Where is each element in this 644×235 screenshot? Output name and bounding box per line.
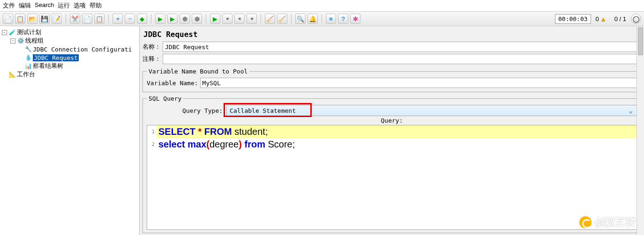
separator [291,14,292,23]
function-helper-icon[interactable]: ≡ [326,14,336,24]
vertical-scrollbar[interactable] [637,26,644,235]
query-type-label: Query Type: [147,107,226,114]
help-icon[interactable]: ? [338,14,348,24]
menu-file[interactable]: 文件 [3,1,15,10]
editor-panel: JDBC Request 名称： 注释： Variable Name Bound… [140,26,644,235]
watermark-icon [579,216,592,228]
variable-name-label: Variable Name: [147,80,198,87]
name-label: 名称： [142,43,161,51]
menu-options[interactable]: 选项 [74,1,86,10]
clear-icon[interactable]: 🧹 [265,14,275,24]
config-icon: 🔧 [24,45,32,53]
watermark: 创新互联 [579,215,635,229]
cut-icon[interactable]: ✂️ [70,14,80,24]
remote-start-all-icon[interactable]: ⚬ [222,14,232,24]
collapse-icon[interactable]: - [10,38,15,44]
comment-label: 注释： [142,55,161,63]
collapse-icon[interactable]: - [2,30,7,35]
sql-editor[interactable]: 1 SELECT * FROM student; 2 select max(de… [147,125,637,230]
variable-fieldset: Variable Name Bound to Pool Variable Nam… [142,68,641,92]
separator [322,14,322,23]
tree-thread-group[interactable]: -⚙️线程组 [1,37,138,45]
open-icon[interactable]: 📂 [27,14,37,24]
stop-icon[interactable]: ⬢ [180,14,190,24]
toggle-icon[interactable]: ◆ [137,14,147,24]
tree-jdbc-request[interactable]: 💧JDBC Request [1,53,138,62]
code-line-1[interactable]: 1 SELECT * FROM student; [147,125,637,138]
listener-icon: 📊 [24,62,32,70]
variable-legend: Variable Name Bound to Pool [147,68,249,75]
line-number: 2 [147,138,157,151]
workbench-icon: 📐 [8,71,16,78]
new-icon[interactable]: 📄 [3,14,13,24]
threads-icon[interactable]: ◯ [631,14,641,24]
save-as-icon[interactable]: 📝 [52,14,62,24]
separator [151,14,151,23]
sql-query-fieldset: SQL Query Query Type: Callable Statement… [142,95,641,233]
collapse-icon[interactable]: － [125,14,135,24]
expand-icon[interactable]: ＋ [112,14,123,24]
start-notimers-icon[interactable]: ▶ [167,14,178,24]
menu-search[interactable]: Search [35,1,54,10]
variable-name-input[interactable] [200,78,637,88]
sql-query-legend: SQL Query [147,95,183,102]
thread-count: 0 / 1 [614,15,626,22]
search-icon[interactable]: 🔍 [295,14,306,24]
testplan-icon: 🧪 [8,29,16,36]
shutdown-icon[interactable]: ⬢ [192,14,202,24]
panel-title: JDBC Request [142,28,641,41]
separator [206,14,206,23]
save-icon[interactable]: 💾 [39,14,50,24]
templates-icon[interactable]: 📋 [15,14,25,24]
separator [108,14,109,23]
menu-help[interactable]: 帮助 [90,1,102,10]
menu-bar: 文件 编辑 Search 运行 选项 帮助 [0,0,644,12]
warn-count: 0▲ [596,15,607,23]
remote-start-icon[interactable]: ▶ [210,14,220,24]
start-icon[interactable]: ▶ [155,14,165,24]
clear-all-icon[interactable]: 🧹 [277,14,287,24]
test-plan-tree[interactable]: -🧪测试计划 -⚙️线程组 🔧JDBC Connection Configura… [0,26,140,235]
tree-workbench[interactable]: 📐工作台 [1,70,138,79]
scrollbar-thumb[interactable] [638,27,643,55]
tree-jdbc-connection[interactable]: 🔧JDBC Connection Configurati [1,45,138,53]
ssl-icon[interactable]: ✻ [350,14,360,24]
copy-icon[interactable]: 📄 [82,14,92,24]
comment-input[interactable] [163,54,641,64]
tree-view-results[interactable]: 📊察看结果树 [1,62,138,70]
line-number: 1 [147,125,157,138]
remote-stop-all-icon[interactable]: ⚬ [247,14,257,24]
warning-icon: ▲ [600,15,607,23]
tree-test-plan[interactable]: -🧪测试计划 [1,28,138,37]
query-type-select[interactable]: Callable Statement [226,105,637,116]
menu-run[interactable]: 运行 [58,1,70,10]
name-input[interactable] [163,42,641,52]
sampler-icon: 💧 [24,54,32,61]
query-label: Query: [147,116,637,125]
threadgroup-icon: ⚙️ [17,37,24,44]
reset-search-icon[interactable]: 🔔 [307,14,318,24]
remote-stop-icon[interactable]: ⚬ [234,14,245,24]
menu-edit[interactable]: 编辑 [19,1,31,10]
paste-icon[interactable]: 📋 [94,14,105,24]
code-line-2[interactable]: 2 select max(degree) from Score; [147,138,637,151]
separator [66,14,66,23]
toolbar: 📄 📋 📂 💾 📝 ✂️ 📄 📋 ＋ － ◆ ▶ ▶ ⬢ ⬢ ▶ ⚬ ⚬ ⚬ 🧹… [0,12,644,26]
separator [261,14,261,23]
elapsed-time: 00:00:03 [555,14,591,24]
